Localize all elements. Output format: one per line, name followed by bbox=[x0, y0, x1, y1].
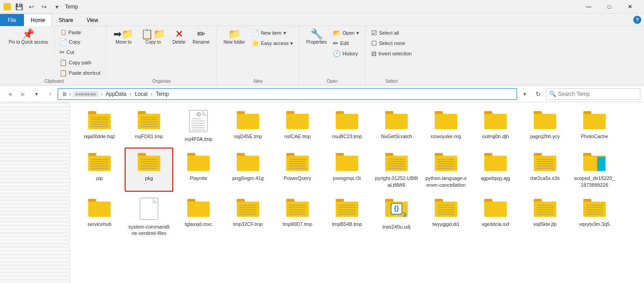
file-item[interactable]: nsjFD81.tmp bbox=[125, 106, 173, 146]
file-item[interactable]: vojl5kte.jfp bbox=[521, 193, 569, 240]
dropdown-path-button[interactable]: ▾ bbox=[519, 88, 531, 100]
recent-locations-button[interactable]: ▾ bbox=[31, 88, 42, 100]
file-item[interactable]: tmp32CF.tmp bbox=[224, 193, 272, 240]
svg-rect-126 bbox=[437, 205, 455, 206]
file-icon bbox=[286, 197, 309, 219]
file-item[interactable]: pngj5ngm.41g bbox=[224, 148, 272, 192]
file-item[interactable]: nsICAE.tmp bbox=[273, 106, 322, 146]
properties-button[interactable]: 🔧 Properties bbox=[303, 28, 330, 46]
up-button[interactable]: ↑ bbox=[44, 88, 56, 100]
easy-access-button[interactable]: ⭐ Easy access ▾ bbox=[249, 38, 296, 48]
file-icon bbox=[137, 151, 161, 173]
file-item[interactable]: nsuBC23.tmp bbox=[323, 106, 371, 146]
file-item[interactable]: PowerQuery bbox=[273, 148, 322, 192]
file-item[interactable]: pxesgmpi.t3i bbox=[323, 148, 371, 192]
select-all-button[interactable]: ☑ Select all bbox=[369, 28, 414, 38]
copy-path-button[interactable]: 📋 Copy path bbox=[57, 58, 103, 67]
search-input[interactable] bbox=[558, 91, 637, 97]
file-item[interactable]: servicehub bbox=[75, 193, 124, 240]
title-bar: 💾 ↩ ↪ ▾ Temp — □ ✕ bbox=[0, 0, 644, 13]
file-item[interactable]: outmjj0n.djh bbox=[471, 106, 520, 146]
file-item[interactable]: rbe2ca5x.x3s bbox=[521, 148, 569, 192]
path-temp[interactable]: Temp bbox=[154, 90, 170, 98]
file-item[interactable]: pkg bbox=[125, 148, 173, 192]
file-item[interactable]: qgpebpqy.ajg bbox=[471, 148, 520, 192]
move-to-button[interactable]: ➡📁 Move to bbox=[110, 28, 137, 46]
file-item[interactable]: PhotoCache bbox=[570, 106, 619, 146]
cut-button[interactable]: ✂ Cut bbox=[57, 47, 103, 57]
file-name-label: Playnite bbox=[189, 175, 207, 181]
file-item[interactable]: ⚙nsj4F0A.tmp bbox=[174, 106, 223, 146]
file-item[interactable]: scoped_dir15220_1873899226 bbox=[570, 148, 619, 192]
svg-text:❯: ❯ bbox=[403, 212, 406, 217]
pin-quick-access-button[interactable]: 📌 Pin to Quick access bbox=[5, 28, 51, 46]
delete-button[interactable]: ✕ Delete bbox=[169, 28, 189, 46]
path-appdata[interactable]: AppData bbox=[104, 90, 128, 98]
new-folder-button[interactable]: 📁 New folder bbox=[221, 28, 248, 46]
redo-btn[interactable]: ↪ bbox=[39, 2, 50, 11]
svg-rect-44 bbox=[91, 166, 108, 166]
file-item[interactable]: pagrq2hh.ycy bbox=[521, 106, 569, 146]
file-item[interactable]: nqa00dde.hqz bbox=[75, 106, 124, 146]
tab-share[interactable]: Share bbox=[52, 14, 80, 26]
open-col: 📂 Open ▾ ✏ Edit 🕐 History bbox=[331, 28, 361, 58]
file-item[interactable]: tmp90D7.tmp bbox=[273, 193, 322, 240]
file-icon bbox=[335, 109, 359, 131]
file-icon bbox=[236, 109, 260, 131]
file-item[interactable]: system-commandline-sentinel-files bbox=[125, 193, 173, 240]
rename-button[interactable]: ✏ Rename bbox=[189, 28, 213, 46]
edit-button[interactable]: ✏ Edit bbox=[331, 38, 361, 48]
file-icon bbox=[533, 151, 557, 173]
file-item[interactable]: twyygjgd.di1 bbox=[422, 193, 470, 240]
forward-button[interactable]: ▶ bbox=[17, 88, 29, 100]
tab-home[interactable]: Home bbox=[24, 14, 52, 26]
address-path[interactable]: 🖥 › ■■■■■■■ › AppData › Local › Temp bbox=[58, 88, 517, 100]
file-item[interactable]: {}❯trws240u.udj bbox=[372, 193, 421, 240]
tab-file[interactable]: File bbox=[0, 14, 24, 26]
copy-to-button[interactable]: 📋📁 Copy to bbox=[138, 28, 168, 46]
file-item[interactable]: nsjD45E.tmp bbox=[224, 106, 272, 146]
file-item[interactable]: nzwoyxke.nrg bbox=[422, 106, 470, 146]
svg-rect-16 bbox=[192, 118, 201, 119]
svg-rect-61 bbox=[289, 163, 306, 164]
file-icon bbox=[88, 151, 111, 173]
paste-button[interactable]: 📋 Paste bbox=[57, 28, 103, 36]
sep2: › bbox=[101, 91, 103, 97]
maximize-button[interactable]: □ bbox=[599, 0, 620, 13]
invert-selection-button[interactable]: ⊟ Invert selection bbox=[369, 49, 414, 58]
new-item-button[interactable]: 📄 New item ▾ bbox=[249, 28, 296, 38]
file-item[interactable]: python-language-server-cancellation bbox=[422, 148, 470, 192]
open-icon: 📂 bbox=[333, 29, 341, 36]
select-none-button[interactable]: ☐ Select none bbox=[369, 38, 414, 48]
dropdown-btn[interactable]: ▾ bbox=[51, 2, 62, 11]
undo-btn[interactable]: ↩ bbox=[26, 2, 37, 11]
file-name-label: pyright-31252-UB8laLtfilW6 bbox=[375, 175, 418, 188]
open-button[interactable]: 📂 Open ▾ bbox=[331, 28, 361, 38]
file-item[interactable]: NuGetScratch bbox=[372, 106, 421, 146]
file-content[interactable]: nqa00dde.hqznsjFD81.tmp⚙nsj4F0A.tmpnsjD4… bbox=[70, 102, 644, 283]
close-button[interactable]: ✕ bbox=[620, 0, 640, 13]
file-item[interactable]: pyright-31252-UB8laLtfilW6 bbox=[372, 148, 421, 192]
path-local[interactable]: Local bbox=[133, 90, 149, 98]
svg-rect-78 bbox=[437, 166, 455, 166]
help-button[interactable]: ? bbox=[633, 16, 641, 24]
file-icon bbox=[533, 197, 557, 219]
file-item[interactable]: Playnite bbox=[174, 148, 223, 192]
file-item[interactable]: tmpB54B.tmp bbox=[323, 193, 371, 240]
file-item[interactable]: tglaxxjd.mxc bbox=[174, 193, 223, 240]
minimize-button[interactable]: — bbox=[578, 0, 599, 13]
svg-rect-142 bbox=[586, 205, 603, 206]
save-btn[interactable]: 💾 bbox=[14, 2, 24, 11]
file-item[interactable]: pip bbox=[75, 148, 124, 192]
svg-rect-48 bbox=[140, 159, 158, 160]
file-item[interactable]: vqxytx3m.3q5 bbox=[570, 193, 619, 240]
paste-shortcut-button[interactable]: 📋 Paste shortcut bbox=[57, 68, 103, 78]
svg-rect-2 bbox=[91, 117, 108, 118]
back-button[interactable]: ◀ bbox=[4, 88, 15, 100]
svg-rect-77 bbox=[437, 163, 455, 164]
refresh-button[interactable]: ↻ bbox=[532, 88, 544, 100]
history-button[interactable]: 🕐 History bbox=[331, 49, 361, 58]
tab-view[interactable]: View bbox=[80, 14, 105, 26]
file-item[interactable]: vgeddcla.sxf bbox=[471, 193, 520, 240]
copy-button[interactable]: 📄 Copy bbox=[57, 37, 103, 47]
